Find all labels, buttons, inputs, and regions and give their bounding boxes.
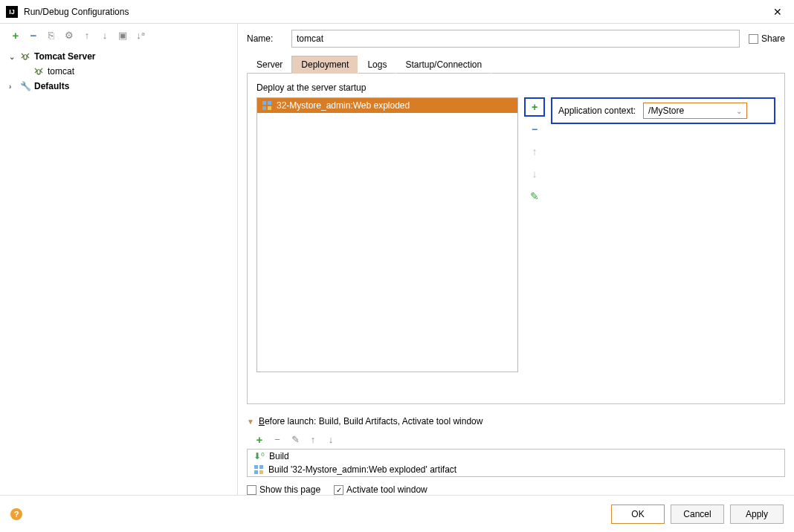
- activate-label: Activate tool window: [346, 484, 427, 495]
- titlebar: IJ Run/Debug Configurations ✕: [0, 0, 794, 24]
- tree-child-label: tomcat: [48, 66, 74, 77]
- edit-artifact-button[interactable]: ✎: [524, 186, 545, 206]
- app-icon: IJ: [6, 6, 18, 18]
- artifact-toolbar: + − ↑ ↓ ✎: [524, 97, 545, 395]
- svg-rect-4: [254, 465, 258, 469]
- share-label: Share: [761, 33, 785, 44]
- move-down-icon[interactable]: ↓: [98, 28, 112, 42]
- config-tree: ⌄ Tomcat Server tomcat › 🔧 Defaults: [0, 46, 237, 495]
- deploy-header: Deploy at the server startup: [256, 82, 775, 93]
- remove-task-icon[interactable]: −: [271, 432, 284, 446]
- sort-icon[interactable]: ↓ᵃ: [134, 28, 147, 42]
- add-task-icon[interactable]: +: [253, 432, 266, 446]
- svg-rect-0: [262, 101, 266, 105]
- bl-header-text: efore launch: Build, Build Artifacts, Ac…: [265, 416, 483, 426]
- web-artifact-icon: [262, 100, 272, 111]
- application-context-row: Application context: /MyStore ⌄: [551, 97, 775, 124]
- activate-window-checkbox[interactable]: ✓ Activate tool window: [334, 484, 427, 495]
- svg-rect-7: [259, 470, 263, 474]
- tab-logs[interactable]: Logs: [358, 56, 396, 74]
- bl-header-accel: B: [259, 416, 265, 426]
- svg-rect-6: [254, 470, 258, 474]
- show-page-label: Show this page: [259, 484, 320, 495]
- window-title: Run/Debug Configurations: [24, 7, 767, 17]
- add-config-icon[interactable]: +: [9, 28, 22, 42]
- svg-rect-2: [262, 106, 266, 110]
- artifact-item[interactable]: 32-Mystore_admin:Web exploded: [257, 98, 517, 113]
- tab-server[interactable]: Server: [247, 56, 292, 74]
- folder-icon[interactable]: ▣: [116, 28, 129, 42]
- tomcat-icon: [33, 66, 45, 77]
- move-up-button[interactable]: ↑: [524, 142, 545, 161]
- settings-icon[interactable]: ⚙: [62, 28, 76, 42]
- cancel-button[interactable]: Cancel: [671, 505, 724, 524]
- tab-startup[interactable]: Startup/Connection: [396, 56, 491, 74]
- config-toolbar: + − ⎘ ⚙ ↑ ↓ ▣ ↓ᵃ: [0, 24, 237, 46]
- left-panel: + − ⎘ ⚙ ↑ ↓ ▣ ↓ᵃ ⌄ Tomcat Server tomcat: [0, 24, 238, 495]
- checkbox-checked-icon: ✓: [334, 485, 343, 495]
- context-select[interactable]: /MyStore ⌄: [643, 103, 747, 119]
- tree-defaults[interactable]: › 🔧 Defaults: [6, 79, 231, 94]
- before-launch-section: ▼ Before launch: Build, Build Artifacts,…: [247, 416, 785, 495]
- right-panel: Name: Share Server Deployment Logs Start…: [238, 24, 794, 495]
- tree-tomcat-child[interactable]: tomcat: [6, 64, 231, 79]
- expand-icon[interactable]: ›: [9, 82, 19, 91]
- before-launch-list[interactable]: ⬇⁰ Build Build '32-Mystore_admin:Web exp…: [247, 449, 785, 477]
- task-build-artifact[interactable]: Build '32-Mystore_admin:Web exploded' ar…: [248, 463, 784, 476]
- expand-icon[interactable]: ⌄: [9, 53, 19, 61]
- task-up-icon[interactable]: ↑: [306, 432, 320, 446]
- before-launch-header[interactable]: ▼ Before launch: Build, Build Artifacts,…: [247, 416, 785, 426]
- help-icon[interactable]: ?: [10, 508, 22, 520]
- artifact-label: 32-Mystore_admin:Web exploded: [277, 100, 410, 111]
- footer: ? OK Cancel Apply: [0, 495, 794, 532]
- remove-artifact-button[interactable]: −: [524, 120, 545, 139]
- tabs: Server Deployment Logs Startup/Connectio…: [247, 55, 785, 74]
- chevron-down-icon: ⌄: [736, 107, 742, 115]
- deploy-area: 32-Mystore_admin:Web exploded + − ↑ ↓ ✎ …: [256, 97, 775, 395]
- options-row: Show this page ✓ Activate tool window: [247, 484, 785, 495]
- wrench-icon: 🔧: [19, 81, 31, 91]
- name-label: Name:: [247, 33, 283, 44]
- build-icon: ⬇⁰: [254, 451, 265, 461]
- remove-config-icon[interactable]: −: [27, 28, 40, 42]
- show-page-checkbox[interactable]: Show this page: [247, 484, 320, 495]
- tree-label: Tomcat Server: [34, 51, 95, 62]
- task-build[interactable]: ⬇⁰ Build: [248, 450, 784, 463]
- move-down-button[interactable]: ↓: [524, 164, 545, 184]
- copy-config-icon[interactable]: ⎘: [45, 28, 58, 42]
- svg-rect-1: [268, 101, 271, 105]
- ok-button[interactable]: OK: [611, 505, 665, 524]
- main-area: + − ⎘ ⚙ ↑ ↓ ▣ ↓ᵃ ⌄ Tomcat Server tomcat: [0, 24, 794, 495]
- task-down-icon[interactable]: ↓: [324, 432, 338, 446]
- artifact-list[interactable]: 32-Mystore_admin:Web exploded: [256, 97, 518, 372]
- checkbox-icon: [247, 485, 256, 495]
- context-label: Application context:: [558, 106, 636, 116]
- web-artifact-icon: [254, 464, 264, 475]
- tab-deployment[interactable]: Deployment: [291, 56, 358, 74]
- before-launch-toolbar: + − ✎ ↑ ↓: [247, 429, 785, 449]
- tomcat-icon: [19, 51, 31, 62]
- edit-task-icon[interactable]: ✎: [288, 432, 302, 446]
- svg-rect-3: [268, 106, 271, 110]
- share-checkbox[interactable]: Share: [749, 33, 785, 44]
- tree-defaults-label: Defaults: [34, 81, 69, 91]
- collapse-icon[interactable]: ▼: [247, 418, 254, 426]
- checkbox-icon: [749, 34, 758, 44]
- tab-content: Deploy at the server startup 32-Mystore_…: [247, 74, 785, 404]
- context-value: /MyStore: [648, 106, 684, 116]
- task-artifact-label: Build '32-Mystore_admin:Web exploded' ar…: [268, 464, 456, 475]
- svg-rect-5: [259, 465, 263, 469]
- tree-tomcat-server[interactable]: ⌄ Tomcat Server: [6, 49, 231, 64]
- add-artifact-button[interactable]: +: [524, 97, 545, 117]
- name-row: Name: Share: [247, 30, 785, 48]
- move-up-icon[interactable]: ↑: [80, 28, 94, 42]
- name-input[interactable]: [291, 30, 740, 48]
- close-icon[interactable]: ✕: [767, 6, 788, 18]
- task-build-label: Build: [269, 451, 289, 461]
- apply-button[interactable]: Apply: [730, 505, 784, 524]
